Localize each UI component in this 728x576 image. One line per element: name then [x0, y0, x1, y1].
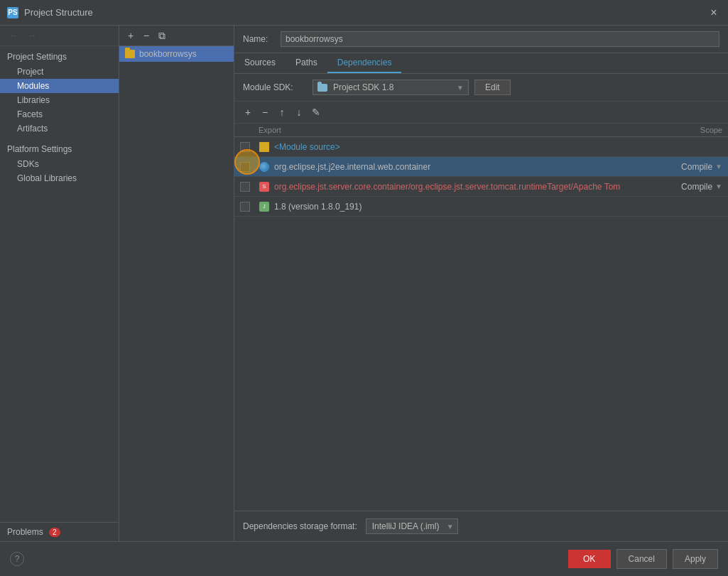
dep-scope-tomcat: Compile ▼ — [665, 182, 722, 192]
tabs-row: Sources Paths Dependencies — [234, 53, 728, 74]
bottom-button-row: ? OK Cancel Apply — [0, 541, 728, 576]
nav-back-button[interactable]: ← — [6, 28, 21, 43]
dep-name-jdk: 1.8 (version 1.8.0_191) — [274, 202, 665, 212]
j2ee-icon — [259, 161, 270, 173]
export-col-header: Export — [259, 126, 308, 134]
jdk-icon: J — [259, 201, 270, 212]
name-input[interactable] — [281, 31, 719, 47]
scope-col-header: Scope — [665, 126, 722, 134]
project-settings-label: Project Settings — [0, 49, 119, 65]
copy-module-button[interactable]: ⧉ — [155, 28, 169, 43]
module-folder-icon — [125, 50, 135, 58]
module-list-toolbar: + − ⧉ — [119, 26, 234, 46]
sidebar-item-libraries[interactable]: Libraries — [0, 93, 119, 107]
storage-select[interactable]: IntelliJ IDEA (.iml) — [366, 518, 458, 534]
nav-forward-button[interactable]: → — [24, 28, 40, 43]
storage-select-wrapper: IntelliJ IDEA (.iml) ▼ — [366, 518, 458, 534]
module-list: bookborrowsys — [119, 46, 234, 541]
sdk-select[interactable]: Project SDK 1.8 ▼ — [313, 80, 469, 95]
remove-module-button[interactable]: − — [139, 28, 153, 43]
add-module-button[interactable]: + — [124, 28, 138, 43]
problems-badge: 2 — [49, 528, 60, 537]
main-content: ← → Project Settings Project Modules Lib… — [0, 26, 728, 541]
remove-dep-button[interactable]: − — [257, 104, 273, 120]
dep-row-jdk[interactable]: J 1.8 (version 1.8.0_191) — [234, 197, 728, 217]
sdk-value: Project SDK 1.8 — [333, 82, 393, 92]
ok-button[interactable]: OK — [568, 550, 611, 568]
apply-button[interactable]: Apply — [673, 549, 718, 569]
dep-table-body: <Module source> org.eclipse.jst.j2ee.int… — [234, 137, 728, 511]
j2ee-scope-dropdown[interactable]: ▼ — [715, 163, 722, 170]
app-icon: PS — [7, 7, 18, 18]
platform-settings-section: Platform Settings SDKs Global Libraries — [0, 138, 119, 188]
dep-checkbox-tomcat[interactable] — [240, 182, 250, 192]
sdk-dropdown-arrow: ▼ — [457, 84, 464, 92]
move-dep-down-button[interactable]: ↓ — [291, 104, 307, 120]
title-bar: PS Project Structure × — [0, 0, 728, 26]
sdk-row: Module SDK: Project SDK 1.8 ▼ Edit — [234, 74, 728, 102]
server-icon: S — [259, 182, 269, 192]
module-item-bookborrowsys[interactable]: bookborrowsys — [119, 46, 234, 62]
sdk-folder-icon — [317, 84, 327, 92]
module-list-panel: + − ⧉ bookborrowsys — [119, 26, 234, 541]
add-dep-button[interactable]: + — [240, 104, 256, 120]
name-label: Name: — [243, 34, 275, 44]
sidebar-item-modules[interactable]: Modules — [0, 79, 119, 93]
dep-name-j2ee: org.eclipse.jst.j2ee.internal.web.contai… — [274, 162, 665, 172]
sidebar-item-artifacts[interactable]: Artifacts — [0, 121, 119, 136]
sidebar-nav: ← → — [0, 26, 119, 46]
project-structure-dialog: PS Project Structure × ← → Project Setti… — [0, 0, 728, 576]
jdk-folder-icon: J — [259, 202, 269, 212]
dep-row-j2ee[interactable]: org.eclipse.jst.j2ee.internal.web.contai… — [234, 157, 728, 177]
cancel-button[interactable]: Cancel — [616, 549, 667, 569]
move-dep-up-button[interactable]: ↑ — [274, 104, 290, 120]
problems-label: Problems — [7, 527, 43, 537]
dep-checkbox-module-source[interactable] — [240, 142, 250, 152]
name-row: Name: — [234, 26, 728, 53]
project-settings-section: Project Settings Project Modules Librari… — [0, 46, 119, 138]
tab-paths[interactable]: Paths — [286, 53, 327, 73]
storage-row: Dependencies storage format: IntelliJ ID… — [234, 511, 728, 541]
dep-name-tomcat: org.eclipse.jst.server.core.container/or… — [274, 182, 665, 192]
dep-scope-j2ee: Compile ▼ — [665, 162, 722, 172]
help-button[interactable]: ? — [10, 552, 24, 566]
platform-settings-label: Platform Settings — [0, 141, 119, 157]
dialog-title: Project Structure — [24, 7, 93, 18]
sdk-label: Module SDK: — [243, 82, 307, 92]
dep-checkbox-jdk[interactable] — [240, 202, 250, 212]
sidebar: ← → Project Settings Project Modules Lib… — [0, 26, 119, 541]
storage-label: Dependencies storage format: — [243, 521, 357, 531]
module-item-name: bookborrowsys — [139, 49, 197, 59]
right-panel: Name: Sources Paths Dependencies Module … — [234, 26, 728, 541]
title-bar-left: PS Project Structure — [7, 7, 93, 18]
dep-name-module-source: <Module source> — [274, 142, 665, 152]
edit-dep-button[interactable]: ✎ — [308, 104, 324, 120]
dep-checkbox-j2ee[interactable] — [240, 162, 250, 172]
module-source-icon — [259, 141, 270, 153]
tomcat-icon: S — [259, 181, 270, 192]
close-button[interactable]: × — [707, 6, 721, 20]
tomcat-scope-dropdown[interactable]: ▼ — [715, 183, 722, 190]
edit-sdk-button[interactable]: Edit — [474, 80, 511, 95]
globe-icon — [259, 162, 269, 172]
sidebar-item-sdks[interactable]: SDKs — [0, 157, 119, 171]
tab-sources[interactable]: Sources — [234, 53, 286, 73]
sidebar-item-facets[interactable]: Facets — [0, 107, 119, 121]
tab-dependencies[interactable]: Dependencies — [327, 53, 402, 73]
dep-table-header: Export Scope — [234, 124, 728, 137]
dependencies-content: Module SDK: Project SDK 1.8 ▼ Edit + − ↑ — [234, 74, 728, 541]
sdk-select-inner: Project SDK 1.8 — [317, 82, 393, 92]
sidebar-problems[interactable]: Problems 2 — [0, 522, 119, 541]
dep-row-module-source[interactable]: <Module source> — [234, 137, 728, 157]
sidebar-item-global-libraries[interactable]: Global Libraries — [0, 171, 119, 185]
dep-toolbar: + − ↑ ↓ ✎ — [234, 102, 728, 124]
dep-row-tomcat[interactable]: S org.eclipse.jst.server.core.container/… — [234, 177, 728, 197]
sidebar-item-project[interactable]: Project — [0, 65, 119, 79]
